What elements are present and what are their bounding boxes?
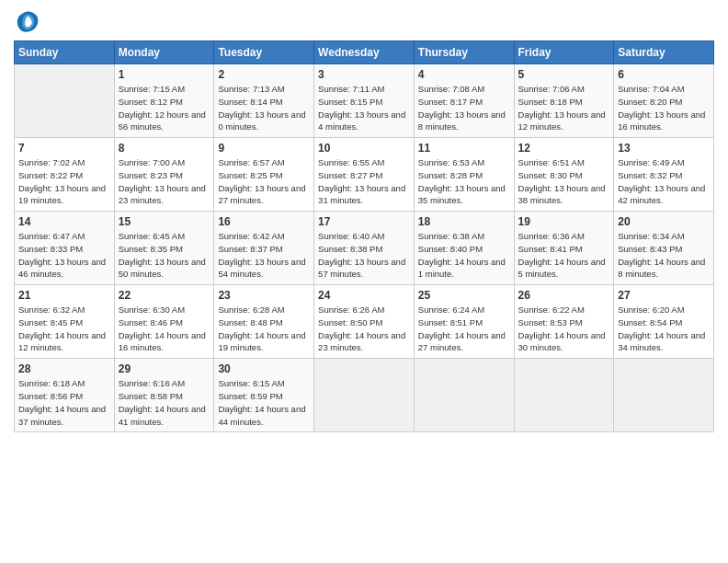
day-info: Sunrise: 6:53 AMSunset: 8:28 PMDaylight:…: [418, 156, 510, 207]
header: [14, 9, 714, 35]
day-number: 5: [518, 68, 610, 81]
day-info: Sunrise: 6:55 AMSunset: 8:27 PMDaylight:…: [318, 156, 410, 207]
day-info: Sunrise: 6:20 AMSunset: 8:54 PMDaylight:…: [618, 304, 710, 354]
calendar-cell: 3Sunrise: 7:11 AMSunset: 8:15 PMDaylight…: [314, 64, 415, 138]
calendar-cell: 19Sunrise: 6:36 AMSunset: 8:41 PMDayligh…: [514, 212, 614, 285]
day-number: 15: [119, 215, 210, 228]
logo: [14, 9, 43, 35]
weekday-header-wednesday: Wednesday: [314, 41, 415, 64]
calendar-cell: 18Sunrise: 6:38 AMSunset: 8:40 PMDayligh…: [414, 212, 514, 285]
weekday-header-row: SundayMondayTuesdayWednesdayThursdayFrid…: [15, 41, 714, 64]
day-info: Sunrise: 7:11 AMSunset: 8:15 PMDaylight:…: [318, 83, 410, 133]
day-info: Sunrise: 6:16 AMSunset: 8:58 PMDaylight:…: [119, 377, 210, 428]
day-number: 6: [618, 68, 710, 81]
calendar-week-row: 28Sunrise: 6:18 AMSunset: 8:56 PMDayligh…: [15, 359, 714, 432]
day-number: 2: [218, 68, 310, 81]
day-number: 26: [518, 289, 610, 302]
calendar-cell: 12Sunrise: 6:51 AMSunset: 8:30 PMDayligh…: [514, 138, 614, 212]
calendar-cell: 14Sunrise: 6:47 AMSunset: 8:33 PMDayligh…: [15, 212, 115, 285]
day-info: Sunrise: 6:15 AMSunset: 8:59 PMDaylight:…: [218, 377, 310, 428]
day-info: Sunrise: 6:34 AMSunset: 8:43 PMDaylight:…: [618, 230, 710, 281]
weekday-header-saturday: Saturday: [614, 41, 714, 64]
day-number: 7: [18, 142, 110, 155]
calendar-cell: 9Sunrise: 6:57 AMSunset: 8:25 PMDaylight…: [214, 138, 314, 212]
calendar-cell: [414, 359, 514, 432]
day-info: Sunrise: 6:24 AMSunset: 8:51 PMDaylight:…: [418, 304, 510, 354]
day-number: 13: [618, 142, 710, 155]
day-info: Sunrise: 6:38 AMSunset: 8:40 PMDaylight:…: [418, 230, 510, 281]
day-number: 19: [518, 215, 610, 228]
weekday-header-monday: Monday: [114, 41, 214, 64]
calendar-table: SundayMondayTuesdayWednesdayThursdayFrid…: [14, 40, 714, 432]
calendar-cell: [15, 64, 115, 138]
calendar-cell: 6Sunrise: 7:04 AMSunset: 8:20 PMDaylight…: [614, 64, 714, 138]
calendar-cell: 5Sunrise: 7:06 AMSunset: 8:18 PMDaylight…: [514, 64, 614, 138]
calendar-cell: 24Sunrise: 6:26 AMSunset: 8:50 PMDayligh…: [314, 285, 415, 359]
day-number: 30: [218, 362, 310, 375]
calendar-cell: 22Sunrise: 6:30 AMSunset: 8:46 PMDayligh…: [114, 285, 214, 359]
day-info: Sunrise: 7:15 AMSunset: 8:12 PMDaylight:…: [119, 83, 210, 133]
day-number: 29: [119, 362, 210, 375]
day-info: Sunrise: 6:57 AMSunset: 8:25 PMDaylight:…: [218, 156, 310, 207]
logo-icon: [14, 9, 40, 35]
day-info: Sunrise: 6:18 AMSunset: 8:56 PMDaylight:…: [18, 377, 110, 428]
calendar-cell: 17Sunrise: 6:40 AMSunset: 8:38 PMDayligh…: [314, 212, 415, 285]
calendar-cell: 23Sunrise: 6:28 AMSunset: 8:48 PMDayligh…: [214, 285, 314, 359]
calendar-cell: 16Sunrise: 6:42 AMSunset: 8:37 PMDayligh…: [214, 212, 314, 285]
day-number: 1: [119, 68, 210, 81]
day-number: 28: [18, 362, 110, 375]
calendar-cell: 11Sunrise: 6:53 AMSunset: 8:28 PMDayligh…: [414, 138, 514, 212]
day-number: 21: [18, 289, 110, 302]
calendar-cell: 29Sunrise: 6:16 AMSunset: 8:58 PMDayligh…: [114, 359, 214, 432]
day-number: 22: [119, 289, 210, 302]
day-info: Sunrise: 6:26 AMSunset: 8:50 PMDaylight:…: [318, 304, 410, 354]
day-info: Sunrise: 6:51 AMSunset: 8:30 PMDaylight:…: [518, 156, 610, 207]
calendar-cell: 28Sunrise: 6:18 AMSunset: 8:56 PMDayligh…: [15, 359, 115, 432]
day-info: Sunrise: 6:36 AMSunset: 8:41 PMDaylight:…: [518, 230, 610, 281]
weekday-header-sunday: Sunday: [15, 41, 115, 64]
calendar-week-row: 14Sunrise: 6:47 AMSunset: 8:33 PMDayligh…: [15, 212, 714, 285]
day-number: 12: [518, 142, 610, 155]
day-info: Sunrise: 7:02 AMSunset: 8:22 PMDaylight:…: [18, 156, 110, 207]
day-info: Sunrise: 6:49 AMSunset: 8:32 PMDaylight:…: [618, 156, 710, 207]
calendar-cell: 30Sunrise: 6:15 AMSunset: 8:59 PMDayligh…: [214, 359, 314, 432]
day-number: 18: [418, 215, 510, 228]
day-info: Sunrise: 7:04 AMSunset: 8:20 PMDaylight:…: [618, 83, 710, 133]
weekday-header-thursday: Thursday: [414, 41, 514, 64]
day-number: 20: [618, 215, 710, 228]
calendar-cell: 8Sunrise: 7:00 AMSunset: 8:23 PMDaylight…: [114, 138, 214, 212]
calendar-cell: 7Sunrise: 7:02 AMSunset: 8:22 PMDaylight…: [15, 138, 115, 212]
calendar-week-row: 21Sunrise: 6:32 AMSunset: 8:45 PMDayligh…: [15, 285, 714, 359]
day-info: Sunrise: 7:13 AMSunset: 8:14 PMDaylight:…: [218, 83, 310, 133]
day-number: 4: [418, 68, 510, 81]
day-number: 17: [318, 215, 410, 228]
day-number: 11: [418, 142, 510, 155]
calendar-cell: [614, 359, 714, 432]
calendar-week-row: 7Sunrise: 7:02 AMSunset: 8:22 PMDaylight…: [15, 138, 714, 212]
day-number: 14: [18, 215, 110, 228]
calendar-cell: 13Sunrise: 6:49 AMSunset: 8:32 PMDayligh…: [614, 138, 714, 212]
day-info: Sunrise: 6:22 AMSunset: 8:53 PMDaylight:…: [518, 304, 610, 354]
calendar-cell: 26Sunrise: 6:22 AMSunset: 8:53 PMDayligh…: [514, 285, 614, 359]
calendar-body: 1Sunrise: 7:15 AMSunset: 8:12 PMDaylight…: [15, 64, 714, 432]
day-info: Sunrise: 7:08 AMSunset: 8:17 PMDaylight:…: [418, 83, 510, 133]
calendar-header: SundayMondayTuesdayWednesdayThursdayFrid…: [15, 41, 714, 64]
calendar-cell: 1Sunrise: 7:15 AMSunset: 8:12 PMDaylight…: [114, 64, 214, 138]
calendar-cell: 20Sunrise: 6:34 AMSunset: 8:43 PMDayligh…: [614, 212, 714, 285]
day-info: Sunrise: 6:45 AMSunset: 8:35 PMDaylight:…: [119, 230, 210, 281]
calendar-cell: 25Sunrise: 6:24 AMSunset: 8:51 PMDayligh…: [414, 285, 514, 359]
calendar-cell: 4Sunrise: 7:08 AMSunset: 8:17 PMDaylight…: [414, 64, 514, 138]
day-info: Sunrise: 6:42 AMSunset: 8:37 PMDaylight:…: [218, 230, 310, 281]
day-info: Sunrise: 7:00 AMSunset: 8:23 PMDaylight:…: [119, 156, 210, 207]
page: SundayMondayTuesdayWednesdayThursdayFrid…: [0, 0, 728, 563]
calendar-cell: 27Sunrise: 6:20 AMSunset: 8:54 PMDayligh…: [614, 285, 714, 359]
day-number: 10: [318, 142, 410, 155]
weekday-header-tuesday: Tuesday: [214, 41, 314, 64]
day-info: Sunrise: 7:06 AMSunset: 8:18 PMDaylight:…: [518, 83, 610, 133]
day-info: Sunrise: 6:28 AMSunset: 8:48 PMDaylight:…: [218, 304, 310, 354]
day-info: Sunrise: 6:47 AMSunset: 8:33 PMDaylight:…: [18, 230, 110, 281]
day-number: 9: [218, 142, 310, 155]
calendar-cell: 2Sunrise: 7:13 AMSunset: 8:14 PMDaylight…: [214, 64, 314, 138]
weekday-header-friday: Friday: [514, 41, 614, 64]
calendar-cell: 10Sunrise: 6:55 AMSunset: 8:27 PMDayligh…: [314, 138, 415, 212]
